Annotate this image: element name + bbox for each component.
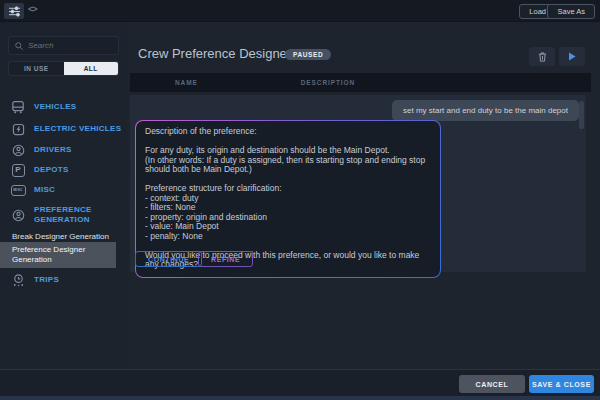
bottom-strip [0, 396, 600, 400]
search-input[interactable] [28, 41, 113, 50]
filter-all-tab[interactable]: ALL [64, 62, 119, 75]
misc-icon-glyph: MISC [13, 188, 23, 192]
app-window: <> Load Save As IN USE ALL [0, 0, 600, 400]
search-icon [14, 41, 24, 51]
save-as-button[interactable]: Save As [547, 4, 595, 19]
sidebar-item-label: DEPOTS [34, 165, 69, 175]
app-logo-sliders-icon[interactable] [4, 3, 24, 19]
sidebar-item-label: MISC [34, 185, 55, 195]
top-bar: <> Load Save As [0, 0, 600, 22]
sidebar-item-label: ELECTRIC VEHICLES [34, 124, 121, 134]
refine-button[interactable]: REFINE [198, 251, 253, 267]
sidebar-item-label: VEHICLES [34, 102, 76, 112]
chat-scrollbar[interactable] [579, 101, 584, 129]
play-icon [567, 51, 577, 62]
parking-icon-glyph: P [15, 166, 20, 174]
misc-icon: MISC [10, 182, 26, 198]
person-icon [10, 207, 26, 223]
run-button[interactable] [559, 47, 585, 66]
code-icon[interactable]: <> [28, 4, 37, 14]
table-header: NAME DESCRIPTION [130, 73, 591, 92]
search-input-container[interactable] [8, 36, 119, 55]
sidebar-item-depots[interactable]: P DEPOTS [0, 162, 127, 178]
column-header-description[interactable]: DESCRIPTION [301, 79, 355, 86]
chat-panel: set my start and end duty to be the main… [130, 95, 586, 272]
sliders-icon [8, 6, 21, 17]
sidebar-item-drivers[interactable]: DRIVERS [0, 142, 127, 158]
filter-in-use-tab[interactable]: IN USE [9, 62, 64, 75]
trash-icon [537, 51, 548, 63]
sidebar-item-vehicles[interactable]: VEHICLES [0, 99, 127, 115]
person-icon [10, 142, 26, 158]
usage-filter-toggle: IN USE ALL [8, 61, 119, 76]
continue-button[interactable]: CONTINUE [135, 251, 202, 267]
sidebar-item-preference-generation[interactable]: PREFERENCE GENERATION [0, 202, 127, 228]
save-and-close-button[interactable]: SAVE & CLOSE [529, 375, 594, 393]
sidebar-item-label: TRIPS [34, 275, 59, 285]
sidebar-item-label: PREFERENCE GENERATION [34, 205, 114, 225]
cancel-button[interactable]: CANCEL [459, 375, 525, 393]
page-title: Crew Preference Designer [138, 46, 291, 61]
status-badge: PAUSED [285, 49, 331, 60]
column-header-name[interactable]: NAME [175, 79, 198, 86]
sidebar-item-label: DRIVERS [34, 145, 72, 155]
sidebar-item-misc[interactable]: MISC MISC [0, 182, 127, 198]
lightning-icon [10, 121, 26, 137]
delete-button[interactable] [529, 47, 555, 66]
parking-icon: P [10, 162, 26, 178]
trip-clock-icon [10, 272, 26, 288]
user-message-bubble: set my start and end duty to be the main… [392, 100, 579, 121]
sidebar-item-electric-vehicles[interactable]: ELECTRIC VEHICLES [0, 121, 127, 137]
footer-bar: CANCEL SAVE & CLOSE [0, 369, 600, 396]
bus-icon [10, 99, 26, 115]
sidebar: IN USE ALL VEHICLES [0, 22, 127, 368]
assistant-message-text: Description of the preference: For any d… [145, 127, 431, 270]
sidebar-item-trips[interactable]: TRIPS [0, 272, 127, 288]
sidebar-subitem-preference-designer-generation[interactable]: Preference Designer Generation [0, 242, 116, 268]
